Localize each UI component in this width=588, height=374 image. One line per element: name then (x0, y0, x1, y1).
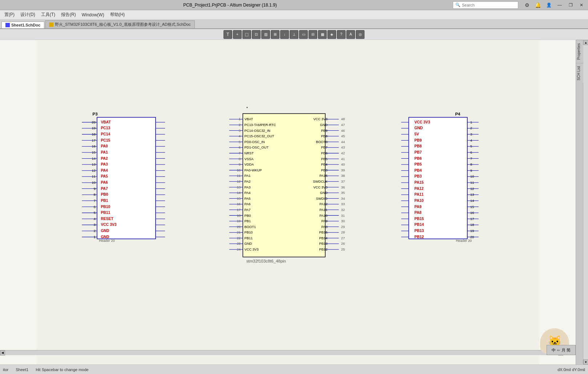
tab-sheet1[interactable]: Sheet1.SchDoc (1, 21, 44, 28)
svg-text:NRST: NRST (244, 151, 254, 155)
tool-text[interactable]: A (346, 30, 355, 39)
h-scroll-left[interactable]: ◀ (0, 350, 5, 355)
svg-text:14: 14 (92, 157, 95, 160)
svg-text:12: 12 (237, 180, 241, 183)
tool-perp[interactable]: ⊥ (290, 30, 298, 39)
svg-text:PA1: PA1 (101, 150, 108, 154)
svg-text:PA9: PA9 (414, 205, 422, 209)
svg-text:PA5: PA5 (244, 197, 250, 200)
restore-button[interactable]: ❐ (565, 0, 576, 10)
svg-text:34: 34 (341, 197, 345, 200)
svg-text:3: 3 (94, 223, 96, 227)
svg-text:PC14: PC14 (101, 132, 110, 136)
svg-text:20: 20 (237, 225, 241, 229)
menu-help[interactable]: 帮助(H) (107, 11, 128, 19)
svg-text:PB13: PB13 (414, 229, 424, 233)
menu-place[interactable]: 置(P) (1, 11, 17, 19)
tool-pointer[interactable]: T (223, 30, 232, 39)
svg-text:PA7: PA7 (101, 187, 108, 191)
svg-text:GND: GND (101, 235, 109, 239)
svg-text:48: 48 (341, 117, 345, 121)
svg-text:PB11: PB11 (101, 211, 110, 215)
schematic-canvas: * P3 20 VBAT 19 PC13 (0, 40, 576, 365)
tool-rect2[interactable]: ⊡ (252, 30, 261, 39)
editor-label: itor (3, 367, 8, 372)
svg-text:PA4: PA4 (101, 168, 108, 172)
search-input[interactable] (462, 3, 513, 7)
menu-tools[interactable]: 工具(T) (38, 11, 58, 19)
svg-text:8: 8 (94, 193, 96, 196)
menu-design[interactable]: 设计(D) (17, 11, 38, 19)
tab-main-schematic[interactable]: 野火_STM32F103C8T6_核心板_V1.0_底板原理图参考设计_AD格式… (45, 20, 195, 28)
tool-arrow[interactable]: ↓ (280, 30, 289, 39)
close-button[interactable]: ✕ (576, 0, 587, 10)
svg-text:4: 4 (239, 134, 241, 138)
svg-text:10: 10 (237, 168, 241, 172)
notification-icon[interactable]: 🔔 (533, 0, 543, 10)
v-scroll-up[interactable]: ▲ (583, 40, 588, 45)
tool-rect[interactable]: □ (242, 30, 251, 39)
ic-label: stm32f103c8t6_48pin (246, 259, 286, 263)
ime-bar[interactable]: 中 ∽ 月 简 (547, 345, 576, 355)
svg-text:40: 40 (341, 163, 345, 166)
tool-pattern[interactable]: ▦ (318, 30, 327, 39)
svg-text:PB15: PB15 (414, 217, 424, 221)
svg-text:BOOT1: BOOT1 (244, 225, 256, 229)
tool-circle[interactable]: ◎ (356, 30, 365, 39)
svg-text:16: 16 (92, 145, 95, 148)
svg-text:PA0-WKUP: PA0-WKUP (244, 168, 262, 172)
svg-text:23: 23 (237, 242, 241, 245)
svg-text:2: 2 (239, 123, 241, 127)
sch-list-tab[interactable]: SCH List (576, 63, 583, 83)
svg-text:PB10: PB10 (101, 205, 110, 209)
tool-special[interactable]: ◈ (327, 30, 336, 39)
svg-text:PA9: PA9 (321, 219, 327, 223)
title-controls: 🔍 ⚙ 🔔 👤 — ❐ ✕ (453, 0, 588, 10)
search-bar[interactable]: 🔍 (453, 1, 518, 9)
minimize-button[interactable]: — (555, 0, 565, 10)
svg-text:6: 6 (239, 146, 241, 149)
svg-text:PB5: PB5 (321, 157, 327, 161)
menu-reports[interactable]: 报告(R) (58, 11, 79, 19)
svg-text:VDDA: VDDA (244, 163, 254, 166)
svg-text:PA15: PA15 (319, 174, 327, 178)
svg-text:PA6: PA6 (101, 180, 108, 184)
tool-add[interactable]: + (233, 30, 242, 39)
tool-cross[interactable]: ⊞ (271, 30, 279, 39)
svg-text:VCC 3V3: VCC 3V3 (244, 248, 258, 251)
svg-text:36: 36 (341, 186, 345, 189)
properties-tab[interactable]: Properties (576, 40, 583, 63)
horizontal-scrollbar[interactable]: ◀ ▶ (0, 350, 563, 355)
svg-text:27: 27 (341, 236, 345, 240)
svg-text:24: 24 (237, 248, 241, 251)
svg-text:VSSA: VSSA (244, 157, 254, 161)
svg-text:PB14: PB14 (319, 236, 327, 240)
svg-text:PC13: PC13 (101, 126, 110, 130)
svg-text:45: 45 (341, 134, 345, 138)
svg-text:16: 16 (237, 202, 241, 206)
svg-text:SWDCLK: SWDCLK (313, 180, 328, 183)
svg-text:35: 35 (341, 191, 345, 195)
svg-text:18: 18 (92, 133, 95, 136)
tool-minus[interactable]: ⊟ (309, 30, 317, 39)
tool-question[interactable]: ? (337, 30, 346, 39)
svg-text:PB8: PB8 (414, 144, 422, 148)
v-scroll-down[interactable]: ▼ (583, 359, 588, 365)
tool-grid[interactable]: ▥ (261, 30, 270, 39)
svg-text:39: 39 (341, 168, 345, 172)
svg-text:31: 31 (341, 214, 345, 218)
svg-text:VCC 3V3: VCC 3V3 (313, 186, 327, 189)
svg-text:13: 13 (237, 186, 241, 189)
v-scroll-track[interactable] (583, 45, 588, 359)
canvas-area[interactable]: * P3 20 VBAT 19 PC13 (0, 40, 576, 365)
menu-window[interactable]: Window(W) (79, 11, 107, 19)
vertical-scrollbar[interactable]: ▲ ▼ (583, 40, 588, 365)
settings-icon[interactable]: ⚙ (522, 0, 532, 10)
svg-text:PD1-OSC_OUT: PD1-OSC_OUT (244, 146, 269, 149)
tool-line[interactable]: ▭ (299, 30, 308, 39)
svg-text:PB1: PB1 (244, 219, 251, 223)
user-icon[interactable]: 👤 (544, 0, 554, 10)
p4-label: P4 (455, 112, 461, 116)
svg-text:9: 9 (94, 187, 96, 191)
menu-bar: 置(P) 设计(D) 工具(T) 报告(R) Window(W) 帮助(H) (0, 10, 588, 20)
